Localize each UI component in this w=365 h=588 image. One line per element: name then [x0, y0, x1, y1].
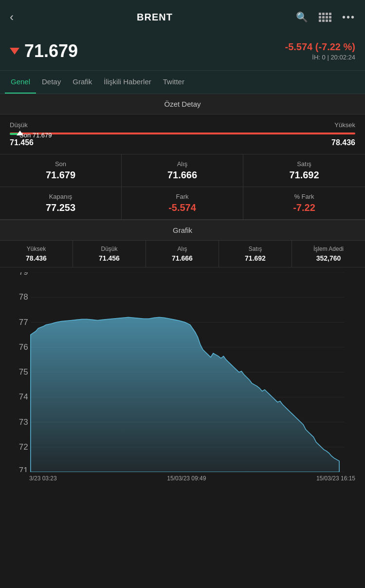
chart-stat-alis: Alış 71.666: [146, 241, 219, 267]
header-icons: 🔍 •••: [296, 11, 355, 23]
chart-title: Grafik: [0, 220, 365, 241]
svg-text:74: 74: [19, 393, 28, 402]
data-cell-satis: Satış 71.692: [243, 154, 365, 187]
chart-alis-label: Alış: [150, 246, 215, 252]
low-label: Düşük: [10, 121, 28, 129]
chart-alis-value: 71.666: [150, 254, 215, 262]
summary-title: Özet Detay: [0, 94, 365, 114]
kapanis-value: 77.253: [8, 202, 113, 213]
tabs: Genel Detay Grafik İlişkili Haberler Twi…: [0, 71, 365, 94]
chart-yuksek-value: 78.436: [4, 254, 69, 262]
chart-islem-label: İşlem Adedi: [296, 246, 361, 252]
svg-text:73: 73: [19, 417, 28, 427]
pct-fark-value: -7.22: [251, 202, 357, 213]
tab-grafik[interactable]: Grafik: [67, 71, 98, 94]
back-button[interactable]: ‹: [10, 10, 14, 24]
x-label-3: 15/03/23 16:15: [316, 475, 355, 482]
fark-label: Fark: [129, 193, 235, 200]
price-meta: İH: 0 | 20:02:24: [285, 54, 355, 61]
data-cell-fark: Fark -5.574: [122, 187, 243, 220]
chart-dusuk-label: Düşük: [77, 246, 142, 252]
svg-text:78: 78: [19, 293, 28, 302]
svg-text:76: 76: [19, 342, 28, 352]
range-bar-red: [10, 133, 355, 134]
search-icon[interactable]: 🔍: [296, 11, 308, 23]
price-chart: 79 78 77 76 75 74 73 72 71: [5, 272, 365, 472]
fark-value: -5.574: [129, 202, 235, 213]
price-main: 71.679: [10, 41, 78, 61]
tab-twitter[interactable]: Twitter: [157, 71, 190, 94]
price-section: 71.679 -5.574 (-7.22 %) İH: 0 | 20:02:24: [0, 34, 365, 71]
chart-stat-islem: İşlem Adedi 352,760: [292, 241, 365, 267]
chart-stat-dusuk: Düşük 71.456: [73, 241, 146, 267]
svg-text:72: 72: [19, 442, 28, 452]
chart-satis-value: 71.692: [223, 254, 288, 262]
alis-value: 71.666: [129, 170, 235, 181]
range-bar: Son 71.679: [10, 133, 355, 135]
satis-value: 71.692: [251, 170, 357, 181]
chart-stat-satis: Satış 71.692: [219, 241, 292, 267]
son-label: Son: [8, 160, 113, 168]
kapanis-label: Kapanış: [8, 193, 113, 200]
more-icon[interactable]: •••: [342, 12, 355, 23]
x-label-2: 15/03/23 09:49: [167, 475, 206, 482]
pct-fark-label: % Fark: [251, 193, 357, 200]
chart-satis-label: Satış: [223, 246, 288, 252]
range-marker-label: Son 71.679: [19, 132, 52, 139]
data-cell-alis: Alış 71.666: [122, 154, 243, 187]
svg-text:71: 71: [19, 466, 28, 472]
data-cell-pct-fark: % Fark -7.22: [243, 187, 365, 220]
range-values: 71.456 78.436: [10, 138, 355, 147]
high-value: 78.436: [331, 138, 355, 147]
header-title: BRENT: [137, 12, 173, 23]
tab-detay[interactable]: Detay: [36, 71, 67, 94]
son-value: 71.679: [8, 170, 113, 181]
price-value: 71.679: [24, 41, 78, 61]
high-label: Yüksek: [334, 121, 355, 129]
header: ‹ BRENT 🔍 •••: [0, 0, 365, 34]
chart-islem-value: 352,760: [296, 254, 361, 262]
alis-label: Alış: [129, 160, 235, 168]
tab-genel[interactable]: Genel: [5, 71, 36, 94]
data-grid: Son 71.679 Alış 71.666 Satış 71.692 Kapa…: [0, 154, 365, 220]
chart-stat-yuksek: Yüksek 78.436: [0, 241, 73, 267]
chart-yuksek-label: Yüksek: [4, 246, 69, 252]
price-change: -5.574 (-7.22 %) İH: 0 | 20:02:24: [285, 41, 355, 61]
price-row: 71.679 -5.574 (-7.22 %) İH: 0 | 20:02:24: [10, 41, 355, 61]
chart-container: 79 78 77 76 75 74 73 72 71: [0, 267, 365, 472]
data-cell-kapanis: Kapanış 77.253: [0, 187, 122, 220]
satis-label: Satış: [251, 160, 357, 168]
svg-text:75: 75: [19, 367, 28, 377]
svg-text:79: 79: [19, 272, 28, 277]
low-value: 71.456: [10, 138, 34, 147]
price-direction-icon: [10, 48, 19, 55]
data-cell-son: Son 71.679: [0, 154, 122, 187]
svg-text:77: 77: [19, 318, 28, 327]
tab-haberler[interactable]: İlişkili Haberler: [98, 71, 157, 94]
chart-dusuk-value: 71.456: [77, 254, 142, 262]
range-section: Düşük Yüksek Son 71.679 71.456 78.436: [0, 114, 365, 154]
grid-icon[interactable]: [319, 13, 331, 22]
x-label-1: 3/23 03:23: [29, 475, 57, 482]
range-labels: Düşük Yüksek: [10, 121, 355, 129]
chart-stats: Yüksek 78.436 Düşük 71.456 Alış 71.666 S…: [0, 241, 365, 267]
price-change-value: -5.574 (-7.22 %): [285, 41, 355, 53]
